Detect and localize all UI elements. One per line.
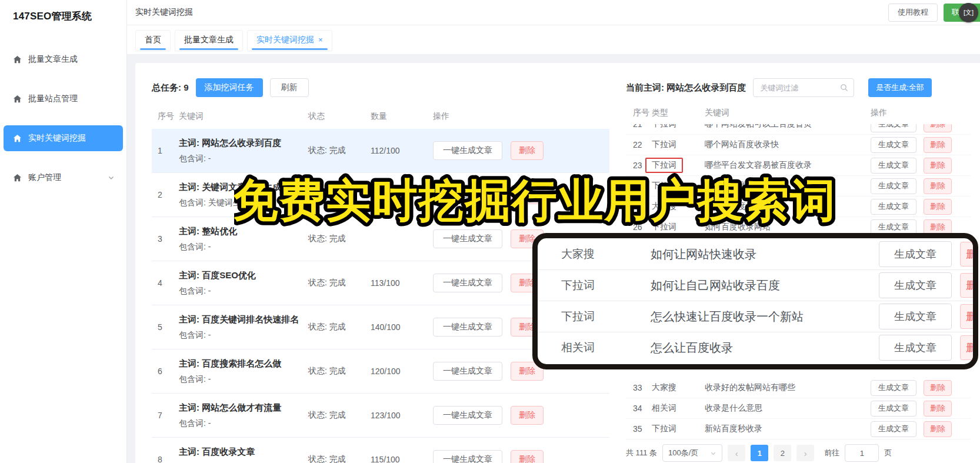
generate-article-button[interactable]: 一键生成文章 xyxy=(433,274,502,292)
goto-page-input[interactable] xyxy=(845,444,879,462)
tutorial-button[interactable]: 使用教程 xyxy=(888,4,938,22)
close-icon[interactable]: × xyxy=(318,35,323,44)
row-status: 状态: 完成 xyxy=(308,454,371,463)
current-keyword-label: 当前主词: 网站怎么收录到百度 xyxy=(626,82,746,94)
col-seq: 序号 xyxy=(626,108,652,118)
generate-article-button[interactable]: 生成文章 xyxy=(871,380,916,396)
row-seq: 2 xyxy=(152,190,179,199)
generate-article-button[interactable]: 生成文章 xyxy=(871,137,916,153)
row-qty: 115/100 xyxy=(371,455,433,463)
row-keyword: 新站百度秒收录 xyxy=(705,424,871,434)
row-seq: 5 xyxy=(152,322,179,332)
generate-article-button[interactable]: 生成文章 xyxy=(871,401,916,417)
delete-button[interactable]: 删除 xyxy=(960,242,978,267)
generate-article-button[interactable]: 生成文章 xyxy=(871,158,916,174)
generate-article-button[interactable]: 生成文章 xyxy=(879,241,952,267)
row-keyword: 主词: 网站怎么做才有流量 xyxy=(179,401,308,415)
delete-button[interactable]: 删除 xyxy=(960,273,978,298)
row-type: 大家搜 xyxy=(652,382,705,393)
delete-button[interactable]: 删除 xyxy=(924,401,952,417)
row-keyword: 如何让百度收录网页 xyxy=(705,181,871,191)
sidebar-item-batch-sites[interactable]: 批量站点管理 xyxy=(4,86,123,112)
generate-article-button[interactable]: 生成文章 xyxy=(879,304,952,329)
app-root: 147SEO管理系统 批量文章生成 批量站点管理 实时关键词挖掘 xyxy=(0,0,980,463)
inset-row: 下拉词 如何让自己网站收录百度 生成文章 删除 xyxy=(538,269,973,301)
row-qty: 140/100 xyxy=(371,322,433,332)
prev-page-button[interactable]: ‹ xyxy=(728,445,745,461)
page-title: 实时关键词挖掘 xyxy=(135,7,193,18)
generate-article-button[interactable]: 生成文章 xyxy=(879,335,952,361)
row-type: 大家搜 xyxy=(652,201,705,212)
row-include: 包含词: 关键词生成 xyxy=(179,195,308,209)
page-size-value: 100条/页 xyxy=(668,448,698,458)
add-task-button[interactable]: 添加挖词任务 xyxy=(196,78,263,97)
delete-button[interactable]: 删除 xyxy=(924,137,952,153)
page-number-1[interactable]: 1 xyxy=(751,445,768,461)
generate-article-button[interactable]: 生成文章 xyxy=(879,272,952,298)
row-seq: 34 xyxy=(626,404,652,413)
generate-article-button[interactable]: 一键生成文章 xyxy=(433,406,502,425)
delete-button[interactable]: 删除 xyxy=(924,124,952,132)
generate-article-button[interactable]: 一键生成文章 xyxy=(433,450,502,463)
tab-home[interactable]: 首页 xyxy=(135,30,171,51)
delete-button[interactable]: 删除 xyxy=(511,406,544,425)
tab-batch-articles[interactable]: 批量文章生成 xyxy=(175,30,243,51)
next-page-button[interactable]: › xyxy=(796,445,814,461)
row-keyword: 主词: 百度SEO优化 xyxy=(179,268,308,282)
generate-article-button[interactable]: 一键生成文章 xyxy=(433,362,502,381)
row-seq: 24 xyxy=(626,181,652,191)
delete-button[interactable]: 删除 xyxy=(960,304,978,329)
table-row[interactable]: 2 主词: 关键词文章自动生成 包含词: 关键词生成 状态: 完成 100/10… xyxy=(152,173,609,217)
row-qty: 112/100 xyxy=(371,146,433,155)
tab-realtime-keywords[interactable]: 实时关键词挖掘× xyxy=(247,30,332,51)
generate-article-button[interactable]: 一键生成文章 xyxy=(433,185,502,204)
row-include: 包含词: - xyxy=(179,416,308,430)
keyword-filter-input[interactable] xyxy=(759,83,840,93)
translate-badge-icon[interactable]: [文] xyxy=(959,3,978,22)
row-type: 下拉词 xyxy=(652,139,705,150)
row-seq: 22 xyxy=(626,140,652,149)
tab-label: 首页 xyxy=(145,35,161,44)
col-ops: 操作 xyxy=(871,108,971,118)
row-include: 包含词: - xyxy=(179,372,308,386)
delete-button[interactable]: 删除 xyxy=(924,421,952,437)
sidebar-item-account[interactable]: 账户管理 xyxy=(4,165,123,191)
keyword-pagination: 共 111 条 100条/页 ‹ 1 2 › 前往 页 xyxy=(626,444,971,462)
delete-button[interactable]: 删除 xyxy=(924,158,952,174)
goto-label: 前往 xyxy=(824,448,839,458)
inset-row: 相关词 怎么让百度收录 生成文章 删除 xyxy=(538,332,973,363)
row-keyword: 如何百度收录网站 xyxy=(705,222,871,232)
generate-article-button[interactable]: 生成文章 xyxy=(871,199,916,215)
generate-article-button[interactable]: 生成文章 xyxy=(871,421,916,437)
generate-all-button[interactable]: 是否生成:全部 xyxy=(868,78,932,97)
table-row[interactable]: 7 主词: 网站怎么做才有流量 包含词: - 状态: 完成 123/100 一键… xyxy=(152,394,609,438)
delete-button[interactable]: 删除 xyxy=(924,199,952,215)
table-row[interactable]: 8 主词: 百度收录文章 包含词: 收录 状态: 完成 115/100 一键生成… xyxy=(152,438,609,463)
app-title: 147SEO管理系统 xyxy=(0,0,126,23)
refresh-button[interactable]: 刷新 xyxy=(270,78,309,97)
row-status: 状态: 完成 xyxy=(308,410,371,421)
generate-article-button[interactable]: 生成文章 xyxy=(871,178,916,194)
row-include: 包含词: - xyxy=(179,239,308,254)
row-status: 状态: 完成 xyxy=(308,234,371,244)
delete-button[interactable]: 删除 xyxy=(511,450,544,463)
generate-article-button[interactable]: 一键生成文章 xyxy=(433,318,502,337)
delete-button[interactable]: 删除 xyxy=(960,335,978,360)
sidebar-item-batch-articles[interactable]: 批量文章生成 xyxy=(4,46,123,72)
page-size-select[interactable]: 100条/页 xyxy=(662,444,722,462)
generate-article-button[interactable]: 一键生成文章 xyxy=(433,141,502,160)
delete-button[interactable]: 删除 xyxy=(924,380,952,396)
generate-article-button[interactable]: 生成文章 xyxy=(871,124,916,132)
delete-button[interactable]: 删除 xyxy=(511,185,544,204)
table-row[interactable]: 1 主词: 网站怎么收录到百度 包含词: - 状态: 完成 112/100 一键… xyxy=(152,129,609,173)
row-keyword: 收录是什么意思 xyxy=(705,403,871,414)
row-type: 下拉词 xyxy=(652,222,705,232)
generate-article-button[interactable]: 一键生成文章 xyxy=(433,229,502,248)
delete-button[interactable]: 删除 xyxy=(511,141,544,160)
sidebar: 147SEO管理系统 批量文章生成 批量站点管理 实时关键词挖掘 xyxy=(0,0,127,463)
delete-button[interactable]: 删除 xyxy=(924,178,952,194)
page-number-2[interactable]: 2 xyxy=(774,445,791,461)
total-tasks-label: 总任务: 9 xyxy=(152,82,189,94)
sidebar-item-realtime-keywords[interactable]: 实时关键词挖掘 xyxy=(4,125,123,151)
row-keyword: 怎么让百度快速收录 xyxy=(705,201,871,212)
